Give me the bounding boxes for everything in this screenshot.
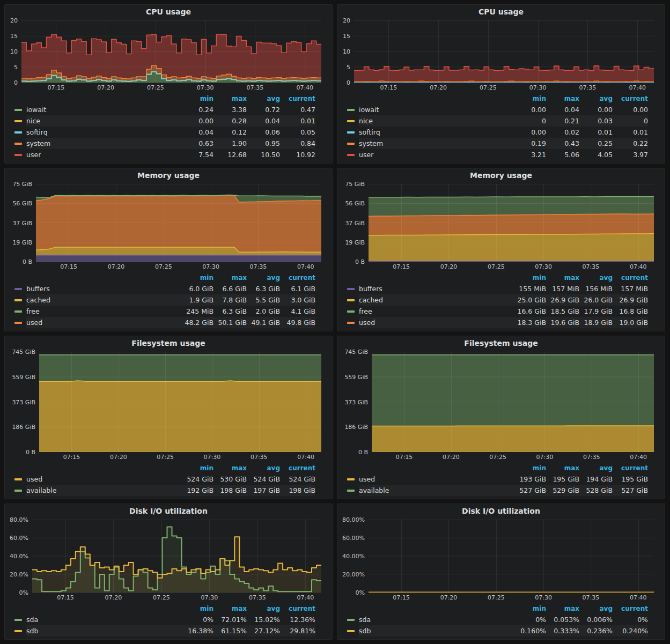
legend-header-max[interactable]: max (546, 605, 579, 612)
legend-header-max[interactable]: max (546, 464, 579, 472)
legend-header: minmaxavgcurrent (26, 93, 315, 104)
chart-canvas-disk-io-right[interactable] (369, 520, 654, 593)
legend-header-avg[interactable]: avg (247, 605, 280, 612)
legend-header-current[interactable]: current (613, 464, 648, 472)
legend-header-min[interactable]: min (515, 95, 546, 102)
legend-value-min: 0.00 (515, 128, 546, 136)
series-color-swatch (347, 619, 355, 621)
legend-series-used[interactable]: used (359, 475, 515, 483)
legend-series-system[interactable]: system (359, 139, 515, 147)
legend-series-cached[interactable]: cached (359, 296, 515, 304)
legend-value-current: 10.92 (280, 151, 315, 159)
legend-value-max: 198 GiB (213, 486, 247, 494)
legend-header-min[interactable]: min (182, 605, 213, 612)
legend-header: minmaxavgcurrent (359, 603, 648, 614)
legend-series-used[interactable]: used (26, 475, 182, 483)
legend-series-softirq[interactable]: softirq (26, 128, 182, 136)
legend-series-cached[interactable]: cached (26, 296, 182, 304)
legend-value-current: 0.01 (613, 128, 648, 136)
legend-header-current[interactable]: current (613, 274, 648, 282)
x-axis: 07:1507:2007:2507:3007:3507:40 (354, 83, 654, 93)
legend-header-avg[interactable]: avg (579, 605, 613, 612)
panel-title-cpu-right[interactable]: CPU usage (337, 5, 665, 19)
x-axis-label: 07:15 (393, 263, 410, 270)
legend-header-min[interactable]: min (182, 95, 213, 102)
legend-header-current[interactable]: current (280, 95, 315, 102)
panel-title-memory-right[interactable]: Memory usage (337, 168, 665, 183)
legend-header-min[interactable]: min (515, 274, 546, 282)
legend-series-buffers[interactable]: buffers (26, 285, 182, 293)
legend-header-current[interactable]: current (280, 605, 315, 612)
legend-header: minmaxavgcurrent (359, 463, 648, 473)
legend-header-min[interactable]: min (515, 464, 546, 472)
legend-header-min[interactable]: min (515, 605, 546, 612)
legend-header-max[interactable]: max (213, 605, 247, 612)
legend-value-avg: 0.236% (579, 627, 613, 635)
panel-title-filesystem-right[interactable]: Filesystem usage (337, 336, 665, 351)
panel-title-cpu-left[interactable]: CPU usage (5, 5, 332, 19)
legend-header: minmaxavgcurrent (26, 603, 315, 614)
legend-header-current[interactable]: current (280, 274, 315, 282)
legend-series-used[interactable]: used (359, 319, 515, 327)
legend-series-iowait[interactable]: iowait (26, 106, 182, 114)
legend-series-softirq[interactable]: softirq (359, 128, 515, 136)
legend-series-buffers[interactable]: buffers (359, 285, 515, 293)
legend-series-sda[interactable]: sda (26, 616, 182, 624)
legend-series-free[interactable]: free (26, 307, 182, 315)
legend-header-avg[interactable]: avg (247, 274, 280, 282)
chart-canvas-memory-left[interactable] (36, 184, 321, 262)
legend-series-available[interactable]: available (26, 486, 182, 494)
legend-header-max[interactable]: max (546, 95, 579, 102)
legend-value-min: 25.0 GiB (515, 296, 546, 304)
y-axis-label: 373 GiB (344, 398, 368, 405)
chart-canvas-filesystem-left[interactable] (39, 352, 321, 452)
legend-header-current[interactable]: current (613, 95, 648, 102)
legend-series-sdb[interactable]: sdb (26, 627, 182, 635)
legend-series-sda[interactable]: sda (359, 616, 515, 624)
legend-header-max[interactable]: max (546, 274, 579, 282)
legend-series-nice[interactable]: nice (26, 117, 182, 125)
legend-header-avg[interactable]: avg (579, 464, 613, 472)
chart-area: 80.0%60.0%40.0%20.0%0% 07:1507:2007:2507… (5, 519, 332, 603)
legend-series-label: user (26, 151, 41, 159)
chart-canvas-cpu-left[interactable] (21, 20, 321, 83)
panel-title-disk-io-right[interactable]: Disk I/O utilization (337, 504, 665, 519)
legend-header-avg[interactable]: avg (247, 95, 280, 102)
legend-header-min[interactable]: min (182, 274, 213, 282)
legend-header-avg[interactable]: avg (579, 95, 613, 102)
legend-header-max[interactable]: max (213, 274, 247, 282)
legend-series-sdb[interactable]: sdb (359, 627, 515, 635)
legend-series-available[interactable]: available (359, 486, 515, 494)
legend-series-nice[interactable]: nice (359, 117, 515, 125)
chart-canvas-filesystem-right[interactable] (372, 352, 654, 452)
legend-series-system[interactable]: system (26, 139, 182, 147)
legend-series-iowait[interactable]: iowait (359, 106, 515, 114)
legend-header-min[interactable]: min (182, 464, 213, 472)
legend-series-user[interactable]: user (359, 151, 515, 159)
chart-canvas-disk-io-left[interactable] (32, 520, 321, 593)
legend-header-avg[interactable]: avg (247, 464, 280, 472)
legend-series-free[interactable]: free (359, 307, 515, 315)
legend-header-max[interactable]: max (213, 95, 247, 102)
y-axis-label: 0 (14, 79, 18, 86)
y-axis: 75 GiB56 GiB37 GiB19 GiB0 B (8, 184, 36, 262)
legend-row-buffers: buffers6.0 GiB6.6 GiB6.3 GiB6.1 GiB (26, 283, 315, 294)
panel-title-memory-left[interactable]: Memory usage (5, 168, 332, 183)
panel-title-filesystem-left[interactable]: Filesystem usage (5, 336, 332, 351)
legend-header-max[interactable]: max (213, 464, 247, 472)
y-axis: 80.00%60.00%40.00%20.00%0% (341, 520, 369, 593)
x-axis-label: 07:35 (583, 594, 600, 601)
panel-title-disk-io-left[interactable]: Disk I/O utilization (5, 504, 332, 519)
legend-series-used[interactable]: used (26, 319, 182, 327)
legend-value-avg: 18.9 GiB (579, 319, 613, 327)
chart-canvas-cpu-right[interactable] (354, 20, 654, 83)
x-axis-label: 07:40 (297, 454, 314, 461)
legend-header-avg[interactable]: avg (579, 274, 613, 282)
legend-series-user[interactable]: user (26, 151, 182, 159)
legend-header-current[interactable]: current (613, 605, 648, 612)
chart-area: 745 GiB559 GiB373 GiB186 GiB0 B 07:1507:… (337, 351, 665, 463)
chart-canvas-memory-right[interactable] (369, 184, 654, 262)
legend-header-current[interactable]: current (280, 464, 315, 472)
y-axis-label: 40.00% (342, 553, 365, 560)
legend-row-sda: sda0%0.053%0.006%0% (359, 614, 648, 625)
